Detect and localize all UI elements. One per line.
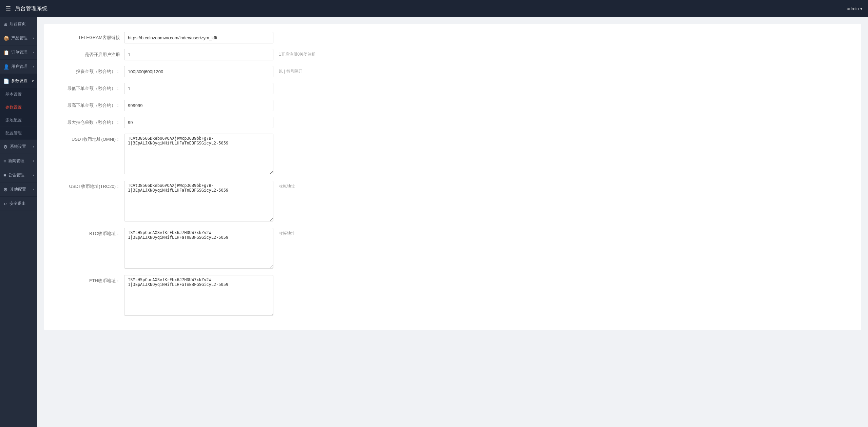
max-position-input[interactable]	[124, 117, 273, 128]
user-icon: 👤	[3, 64, 9, 70]
min-order-input-wrap	[124, 83, 273, 94]
chevron-right-icon: ›	[33, 51, 34, 54]
submenu-item-area[interactable]: 派地配置	[0, 114, 37, 127]
chevron-right-icon: ›	[33, 145, 34, 149]
usdt-omni-input-wrap	[124, 134, 273, 175]
register-input-wrap	[124, 49, 273, 60]
admin-chevron-icon: ▾	[860, 6, 863, 11]
other-icon: ⚙	[3, 187, 8, 192]
sidebar-item-params[interactable]: 📄 参数设置 ∨	[0, 74, 37, 88]
chevron-down-icon: ∨	[32, 79, 34, 83]
min-order-input[interactable]	[124, 83, 273, 94]
usdt-trc20-textarea[interactable]	[124, 181, 273, 221]
invest-input[interactable]	[124, 66, 273, 77]
invest-label: 投资金额（秒合约）：	[52, 66, 120, 75]
btc-label: BTC收币地址：	[52, 228, 120, 237]
chevron-right-icon: ›	[33, 159, 34, 163]
sidebar-item-label: 新闻管理	[8, 158, 24, 164]
layout: ⊞ 后台首页 📦 产品管理 › 📋 订单管理 › 👤 用户管理 › 📄 参数设置…	[0, 17, 868, 427]
order-icon: 📋	[3, 50, 9, 55]
sidebar-item-label: 订单管理	[11, 50, 27, 55]
sidebar-item-label: 公告管理	[8, 172, 24, 178]
max-position-input-wrap	[124, 117, 273, 128]
form-row-usdt-omni: USDT收币地址(OMNI)：	[52, 134, 853, 175]
eth-textarea[interactable]	[124, 275, 273, 316]
chevron-right-icon: ›	[33, 36, 34, 40]
form-row-max-position: 最大持仓单数（秒合约）：	[52, 117, 853, 128]
content-card: TELEGRAM客服链接 是否开启用户注册 1开启注册0关闭注册 投资金额（秒合…	[44, 24, 861, 330]
notice-icon: ≡	[3, 173, 6, 178]
max-order-input-wrap	[124, 100, 273, 111]
min-order-label: 最低下单金额（秒合约）：	[52, 83, 120, 92]
form-row-btc: BTC收币地址： 收帳地址	[52, 228, 853, 270]
telegram-label: TELEGRAM客服链接	[52, 32, 120, 41]
dashboard-icon: ⊞	[3, 21, 7, 27]
submenu-item-basic[interactable]: 基本设置	[0, 88, 37, 101]
admin-menu[interactable]: admin ▾	[847, 6, 863, 11]
max-order-input[interactable]	[124, 100, 273, 111]
usdt-trc20-hint: 收帐地址	[277, 181, 295, 189]
sidebar-item-product[interactable]: 📦 产品管理 ›	[0, 31, 37, 45]
form-row-register: 是否开启用户注册 1开启注册0关闭注册	[52, 49, 853, 60]
submenu-item-config[interactable]: 配置管理	[0, 127, 37, 140]
form-row-telegram: TELEGRAM客服链接	[52, 32, 853, 43]
telegram-input-wrap	[124, 32, 273, 43]
chevron-right-icon: ›	[33, 188, 34, 191]
eth-input-wrap	[124, 275, 273, 317]
chevron-right-icon: ›	[33, 173, 34, 177]
admin-label: admin	[847, 6, 859, 11]
top-header: ☰ 后台管理系统 admin ▾	[0, 0, 868, 17]
invest-hint: 以 | 符号隔开	[277, 66, 303, 74]
form-row-eth: ETH收币地址：	[52, 275, 853, 317]
sidebar-item-label: 系统设置	[10, 144, 26, 150]
telegram-input[interactable]	[124, 32, 273, 43]
btc-textarea[interactable]	[124, 228, 273, 269]
form-row-max-order: 最高下单金额（秒合约）：	[52, 100, 853, 111]
sidebar: ⊞ 后台首页 📦 产品管理 › 📋 订单管理 › 👤 用户管理 › 📄 参数设置…	[0, 17, 37, 427]
site-title: 后台管理系统	[15, 5, 47, 12]
sidebar-item-label: 安全退出	[9, 201, 26, 207]
register-hint: 1开启注册0关闭注册	[277, 49, 316, 57]
max-position-label: 最大持仓单数（秒合约）：	[52, 117, 120, 125]
sidebar-item-notice[interactable]: ≡ 公告管理 ›	[0, 168, 37, 182]
submenu-item-params[interactable]: 参数设置	[0, 101, 37, 114]
params-icon: 📄	[3, 78, 9, 84]
usdt-omni-label: USDT收币地址(OMNI)：	[52, 134, 120, 142]
invest-input-wrap	[124, 66, 273, 77]
usdt-trc20-input-wrap	[124, 181, 273, 222]
hamburger-icon[interactable]: ☰	[5, 5, 11, 12]
sidebar-item-order[interactable]: 📋 订单管理 ›	[0, 45, 37, 60]
sidebar-item-news[interactable]: ≡ 新闻管理 ›	[0, 154, 37, 168]
register-input[interactable]	[124, 49, 273, 60]
sidebar-item-label: 产品管理	[11, 35, 27, 41]
header-left: ☰ 后台管理系统	[5, 5, 47, 12]
btc-hint: 收帳地址	[277, 228, 295, 236]
sidebar-item-other[interactable]: ⚙ 其他配置 ›	[0, 182, 37, 197]
btc-input-wrap	[124, 228, 273, 270]
main-content: TELEGRAM客服链接 是否开启用户注册 1开启注册0关闭注册 投资金额（秒合…	[37, 17, 868, 427]
params-submenu: 基本设置 参数设置 派地配置 配置管理	[0, 88, 37, 140]
form-row-usdt-trc20: USDT收币地址(TRC20)： 收帐地址	[52, 181, 853, 222]
sidebar-item-label: 其他配置	[10, 187, 26, 192]
register-label: 是否开启用户注册	[52, 49, 120, 58]
sidebar-item-logout[interactable]: ↩ 安全退出	[0, 197, 37, 211]
eth-label: ETH收币地址：	[52, 275, 120, 284]
sidebar-item-dashboard[interactable]: ⊞ 后台首页	[0, 17, 37, 31]
sidebar-item-label: 用户管理	[11, 64, 27, 70]
sidebar-item-system[interactable]: ⚙ 系统设置 ›	[0, 140, 37, 154]
form-row-min-order: 最低下单金额（秒合约）：	[52, 83, 853, 94]
sidebar-item-label: 后台首页	[9, 21, 26, 27]
usdt-trc20-label: USDT收币地址(TRC20)：	[52, 181, 120, 190]
chevron-right-icon: ›	[33, 65, 34, 69]
sidebar-item-label: 参数设置	[11, 78, 27, 84]
news-icon: ≡	[3, 158, 6, 164]
form-row-invest: 投资金额（秒合约）： 以 | 符号隔开	[52, 66, 853, 77]
logout-icon: ↩	[3, 201, 7, 207]
system-icon: ⚙	[3, 144, 8, 150]
sidebar-item-user[interactable]: 👤 用户管理 ›	[0, 60, 37, 74]
product-icon: 📦	[3, 36, 9, 41]
usdt-omni-textarea[interactable]	[124, 134, 273, 174]
max-order-label: 最高下单金额（秒合约）：	[52, 100, 120, 109]
